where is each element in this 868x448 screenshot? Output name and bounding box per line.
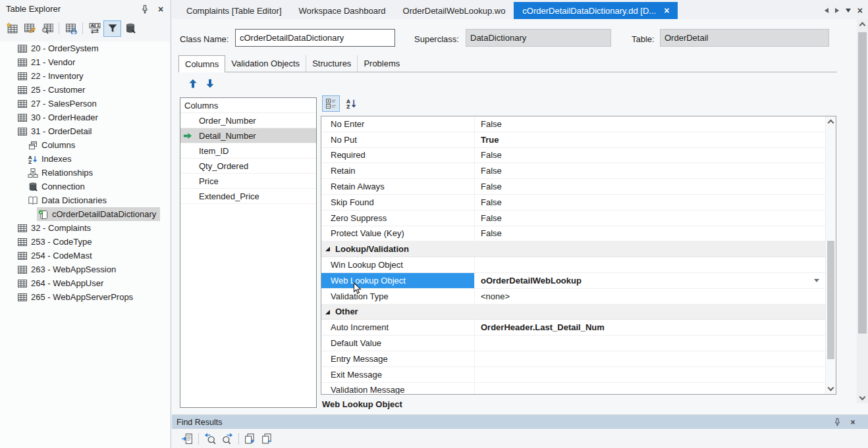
property-row[interactable]: Validation Type <none> — [321, 289, 836, 305]
property-value-cell[interactable]: False — [475, 163, 836, 178]
tree-item[interactable]: cOrderDetailDataDictionary — [37, 207, 160, 221]
tree-item[interactable]: 30 - OrderHeader — [16, 111, 102, 124]
tree-item[interactable]: 264 - WebAppUser — [16, 276, 107, 290]
property-row[interactable]: Retain Always False — [321, 179, 836, 195]
property-name-cell[interactable]: Entry Message — [321, 351, 475, 366]
property-row[interactable]: Required False — [321, 148, 836, 164]
document-tab[interactable]: OrderDetailWebLookup.wo × — [394, 2, 514, 19]
property-name-cell[interactable]: No Enter — [321, 116, 475, 132]
property-value-cell[interactable]: False — [475, 148, 836, 163]
property-row[interactable]: Default Value — [321, 336, 836, 351]
toolbar-button[interactable] — [38, 20, 56, 37]
categorized-view-button[interactable] — [322, 95, 340, 112]
toolbar-button[interactable] — [242, 431, 259, 447]
column-list-item[interactable]: Order_Number — [180, 113, 316, 128]
tree-item[interactable]: 31 - OrderDetail — [16, 124, 95, 138]
scroll-down-icon[interactable] — [828, 385, 834, 391]
property-row[interactable]: Lookup/Validation — [321, 241, 836, 257]
tree-item[interactable]: 32 - Complaints — [16, 221, 95, 235]
property-row[interactable]: Win Lookup Object — [321, 257, 836, 273]
property-name-cell[interactable]: Retain — [321, 163, 475, 178]
property-row[interactable]: No Put True — [321, 132, 836, 148]
property-value-cell[interactable]: False — [475, 116, 836, 132]
scroll-tabs-left-icon[interactable] — [825, 8, 828, 13]
property-name-cell[interactable]: Skip Found — [321, 195, 475, 210]
property-name-cell[interactable]: Exit Message — [321, 367, 475, 382]
column-list-item[interactable]: Detail_Number — [180, 128, 316, 143]
dropdown-arrow-icon[interactable] — [814, 279, 819, 282]
property-name-cell[interactable]: Win Lookup Object — [321, 257, 475, 272]
property-value-cell[interactable] — [475, 351, 836, 366]
property-row[interactable]: No Enter False — [321, 116, 836, 132]
move-column-up-button[interactable] — [185, 76, 201, 91]
property-value-cell[interactable] — [475, 336, 836, 351]
move-column-down-button[interactable] — [202, 76, 218, 91]
tree-item[interactable]: Connection — [26, 180, 89, 193]
property-value-cell[interactable]: False — [475, 226, 836, 241]
column-list-item[interactable]: Qty_Ordered — [180, 159, 316, 174]
editor-tab[interactable]: Validation Objects — [225, 55, 306, 72]
class-name-input[interactable] — [235, 29, 395, 47]
property-name-cell[interactable]: Web Lookup Object — [321, 273, 475, 288]
scroll-up-icon[interactable] — [859, 22, 866, 29]
property-value-cell[interactable]: <none> — [475, 289, 836, 304]
toolbar-button[interactable] — [259, 431, 276, 447]
column-list-item[interactable]: Extended_Price — [180, 189, 316, 204]
tree-item[interactable]: 253 - CodeType — [16, 235, 96, 249]
alphabetical-sort-button[interactable] — [342, 95, 360, 112]
property-name-cell[interactable]: Zero Suppress — [321, 211, 475, 226]
toolbar-button[interactable] — [178, 431, 196, 447]
scroll-tabs-right-icon[interactable] — [835, 8, 839, 13]
close-icon[interactable]: × — [847, 416, 859, 428]
tab-list-dropdown-icon[interactable] — [846, 9, 851, 12]
property-row[interactable]: Skip Found False — [321, 195, 836, 211]
document-tab[interactable]: Workspace Dashboard × — [290, 2, 394, 19]
close-tab-icon[interactable]: × — [664, 6, 669, 15]
tree-item[interactable]: Relationships — [26, 166, 97, 180]
tree-item[interactable]: 263 - WebAppSession — [16, 262, 120, 276]
property-value-cell[interactable] — [475, 257, 836, 272]
tree-item[interactable]: Indexes — [26, 152, 76, 166]
property-row[interactable]: Zero Suppress False — [321, 211, 836, 226]
column-list-item[interactable]: Price — [180, 174, 316, 189]
document-tab[interactable]: Complaints [Table Editor] × — [178, 2, 290, 19]
property-name-cell[interactable]: Validation Type — [321, 289, 475, 304]
property-grid-scrollbar[interactable] — [825, 116, 836, 394]
property-value-cell[interactable] — [475, 367, 836, 382]
property-name-cell[interactable]: Retain Always — [321, 179, 475, 194]
toolbar-button[interactable] — [62, 20, 80, 37]
toolbar-button[interactable] — [121, 20, 139, 37]
column-list-item[interactable]: Item_ID — [180, 143, 316, 159]
property-row[interactable]: Retain False — [321, 163, 836, 179]
property-name-cell[interactable]: Lookup/Validation — [321, 241, 409, 257]
toolbar-button[interactable] — [86, 20, 103, 37]
property-value-cell[interactable]: oOrderDetailWebLookup — [475, 273, 836, 288]
toolbar-button[interactable] — [219, 431, 236, 447]
property-name-cell[interactable]: Protect Value (Key) — [321, 226, 475, 241]
tree-item[interactable]: 21 - Vendor — [16, 55, 79, 69]
property-value-cell[interactable]: OrderHeader.Last_Detail_Num — [475, 320, 836, 335]
scrollbar-thumb[interactable] — [858, 32, 867, 334]
property-name-cell[interactable]: Required — [321, 148, 475, 163]
close-icon[interactable]: × — [155, 3, 167, 15]
property-name-cell[interactable]: No Put — [321, 132, 475, 147]
toolbar-button[interactable] — [103, 20, 121, 37]
property-row[interactable]: Validation Message — [321, 383, 836, 395]
property-row[interactable]: Protect Value (Key) False — [321, 226, 836, 242]
editor-tab[interactable]: Columns — [178, 55, 225, 72]
document-scrollbar[interactable] — [857, 19, 868, 403]
property-row[interactable]: Exit Message — [321, 367, 836, 383]
property-name-cell[interactable]: Other — [321, 305, 358, 320]
editor-tab[interactable]: Problems — [358, 55, 406, 72]
property-value-cell[interactable] — [475, 383, 836, 395]
pin-icon[interactable] — [831, 416, 843, 428]
property-value-cell[interactable]: False — [475, 195, 836, 210]
toolbar-button[interactable] — [202, 431, 219, 447]
toolbar-button[interactable] — [20, 20, 38, 37]
property-name-cell[interactable]: Default Value — [321, 336, 475, 351]
pin-icon[interactable] — [139, 3, 151, 15]
document-tab[interactable]: cOrderDetailDataDictionary.dd [D... × — [514, 2, 678, 19]
section-expanded-icon[interactable] — [325, 310, 330, 314]
tree-item[interactable]: 254 - CodeMast — [16, 249, 96, 262]
close-document-icon[interactable]: × — [857, 6, 863, 15]
